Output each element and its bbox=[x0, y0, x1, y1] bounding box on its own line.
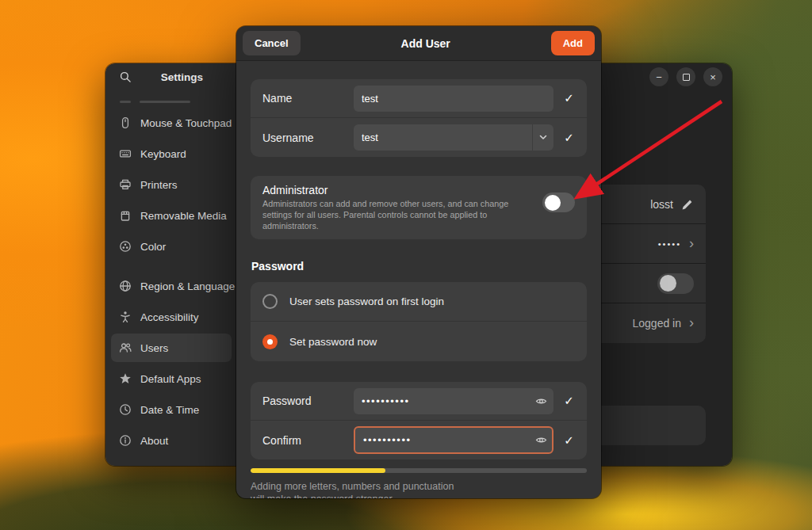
sidebar-item-color[interactable]: Color bbox=[111, 232, 232, 261]
sidebar-item-label: Region & Language bbox=[140, 280, 235, 292]
chevron-down-icon bbox=[539, 135, 547, 140]
automatic-login-toggle[interactable] bbox=[657, 273, 694, 294]
password-section-heading: Password bbox=[251, 260, 587, 273]
password-input[interactable] bbox=[354, 388, 553, 414]
radio-unselected-icon bbox=[262, 294, 278, 309]
sidebar-item-removable-media[interactable]: Removable Media bbox=[111, 201, 232, 230]
administrator-row: Administrator Administrators can add and… bbox=[251, 176, 587, 239]
sidebar-item-mouse-touchpad[interactable]: Mouse & Touchpad bbox=[111, 109, 232, 137]
add-user-dialog: Cancel Add User Add Name ✓ Username bbox=[236, 26, 601, 498]
sidebar-item-label: Users bbox=[140, 342, 168, 354]
username-input[interactable] bbox=[354, 124, 532, 151]
search-button[interactable] bbox=[116, 67, 135, 86]
maximize-button[interactable] bbox=[676, 67, 695, 86]
radio-selected-icon bbox=[262, 334, 278, 349]
screenshot-stage: Settings Mouse & TouchpadKeyboardPrinter… bbox=[0, 0, 812, 530]
settings-sidebar: Settings Mouse & TouchpadKeyboardPrinter… bbox=[105, 63, 238, 466]
reveal-confirm-button[interactable] bbox=[534, 433, 548, 448]
maximize-icon bbox=[683, 74, 690, 81]
sidebar-item-label: Mouse & Touchpad bbox=[140, 117, 232, 129]
sidebar-item-about[interactable]: About bbox=[111, 426, 232, 455]
close-icon: × bbox=[710, 72, 716, 82]
password-strength-hint: Adding more letters, numbers and punctua… bbox=[251, 481, 455, 498]
sidebar-item-label: Color bbox=[140, 241, 166, 253]
name-label: Name bbox=[262, 92, 344, 105]
minimize-button[interactable]: − bbox=[649, 67, 668, 86]
keyboard-icon bbox=[118, 147, 132, 161]
info-icon bbox=[118, 434, 132, 448]
administrator-description: Administrators can add and remove other … bbox=[262, 198, 537, 231]
password-strength-bar bbox=[251, 468, 587, 473]
users-icon bbox=[118, 341, 132, 355]
cancel-button[interactable]: Cancel bbox=[243, 31, 301, 55]
close-button[interactable]: × bbox=[703, 67, 722, 86]
password-field-row: Password ✓ bbox=[251, 382, 587, 421]
sidebar-item-label: Accessibility bbox=[140, 311, 199, 323]
eye-icon bbox=[535, 434, 547, 446]
star-icon bbox=[118, 372, 132, 386]
accessibility-icon bbox=[118, 311, 132, 324]
password-mode-group: User sets password on first login Set pa… bbox=[251, 282, 587, 361]
sidebar-item-label: Printers bbox=[140, 179, 178, 191]
password-option-label: Set password now bbox=[289, 336, 377, 348]
printer-icon bbox=[118, 178, 132, 192]
search-icon bbox=[120, 71, 132, 83]
password-option-label: User sets password on first login bbox=[289, 296, 444, 307]
password-fields-group: Password ✓ Confirm bbox=[251, 382, 587, 459]
reveal-password-button[interactable] bbox=[534, 394, 548, 408]
sidebar-item-date-time[interactable]: Date & Time bbox=[111, 395, 232, 424]
sidebar-item-partial bbox=[111, 93, 232, 109]
activity-value: Logged in bbox=[632, 317, 681, 330]
globe-icon bbox=[118, 280, 132, 293]
confirm-field-row: Confirm ✓ bbox=[251, 421, 587, 459]
identity-fields-group: Name ✓ Username ✓ bbox=[251, 79, 587, 157]
sidebar-item-label: About bbox=[140, 435, 168, 447]
sidebar-list: Mouse & TouchpadKeyboardPrintersRemovabl… bbox=[105, 90, 237, 457]
confirm-label: Confirm bbox=[262, 434, 344, 447]
sidebar-item-label: Default Apps bbox=[140, 373, 201, 385]
sidebar-item-label: Keyboard bbox=[140, 148, 186, 160]
clock-icon bbox=[118, 403, 132, 417]
sidebar-item-users[interactable]: Users bbox=[111, 334, 232, 362]
sidebar-item-keyboard[interactable]: Keyboard bbox=[111, 139, 232, 168]
sidebar-item-printers[interactable]: Printers bbox=[111, 170, 232, 199]
name-field-row: Name ✓ bbox=[251, 79, 587, 118]
administrator-toggle[interactable] bbox=[542, 193, 575, 212]
password-label: Password bbox=[262, 395, 344, 407]
chevron-right-icon: › bbox=[689, 315, 694, 331]
password-option-set-password-now[interactable]: Set password now bbox=[251, 322, 587, 361]
user-name-value: losst bbox=[650, 198, 673, 211]
password-valid-check-icon: ✓ bbox=[563, 394, 575, 408]
dialog-body: Name ✓ Username ✓ bbox=[236, 79, 601, 498]
username-dropdown-button[interactable] bbox=[533, 135, 553, 140]
window-title: Settings bbox=[135, 71, 231, 83]
username-valid-check-icon: ✓ bbox=[563, 131, 575, 145]
administrator-title: Administrator bbox=[262, 184, 537, 196]
minimize-icon: − bbox=[656, 72, 662, 82]
name-input[interactable] bbox=[354, 86, 553, 112]
password-option-user-sets-password-on-first-login[interactable]: User sets password on first login bbox=[251, 282, 587, 322]
password-dots: ••••• bbox=[658, 239, 681, 249]
eye-icon bbox=[535, 395, 547, 407]
edit-pencil-icon bbox=[681, 198, 694, 211]
sidebar-item-label: Removable Media bbox=[140, 210, 227, 222]
chevron-right-icon: › bbox=[689, 236, 694, 252]
password-strength-fill bbox=[251, 468, 385, 473]
color-icon bbox=[118, 240, 132, 254]
removable-media-icon bbox=[118, 209, 132, 223]
username-combo bbox=[354, 124, 553, 151]
name-valid-check-icon: ✓ bbox=[563, 91, 575, 105]
confirm-valid-check-icon: ✓ bbox=[563, 433, 575, 448]
sidebar-item-label: Date & Time bbox=[140, 404, 199, 416]
sidebar-headerbar: Settings bbox=[105, 63, 237, 90]
mouse-icon bbox=[118, 116, 132, 130]
dialog-headerbar: Cancel Add User Add bbox=[236, 26, 601, 61]
add-button[interactable]: Add bbox=[551, 31, 595, 55]
username-label: Username bbox=[262, 132, 344, 144]
sidebar-item-default-apps[interactable]: Default Apps bbox=[111, 364, 232, 393]
sidebar-item-region-language[interactable]: Region & Language bbox=[111, 272, 232, 300]
sidebar-item-accessibility[interactable]: Accessibility bbox=[111, 303, 232, 331]
dialog-title: Add User bbox=[301, 37, 551, 50]
username-field-row: Username ✓ bbox=[251, 118, 587, 157]
confirm-password-input[interactable] bbox=[354, 426, 553, 454]
